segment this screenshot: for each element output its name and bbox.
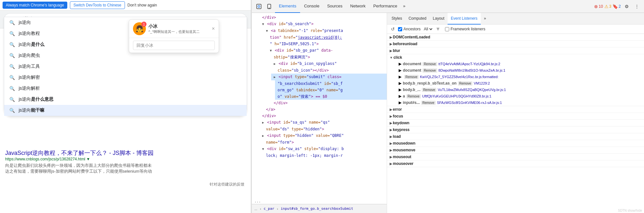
event-type-header[interactable]: ▶ keypress <box>387 127 644 133</box>
chat-close-button[interactable]: × <box>212 26 215 32</box>
suggestion-item[interactable]: 🔍 js逆向工具 <box>4 61 247 72</box>
dom-line[interactable]: </a> <box>263 106 387 113</box>
framework-listeners-checkbox[interactable] <box>445 27 449 31</box>
dom-line[interactable]: <input type="hidden" value="QBRE" <box>260 132 387 139</box>
event-type-header[interactable]: ▶ mousedown <box>387 140 644 147</box>
dom-line[interactable]: name="form"> <box>263 139 387 146</box>
event-type-header[interactable]: ▶ mousemove <box>387 147 644 153</box>
event-type-header[interactable]: ▶ error <box>387 106 644 113</box>
dom-line[interactable]: <input id="sa_qs" name="qs" <box>260 119 387 126</box>
event-group-mouseover: ▶ mouseover <box>387 160 644 167</box>
tab-styles[interactable]: Styles <box>388 13 405 25</box>
svg-point-1 <box>258 5 260 7</box>
remove-button[interactable]: Remove <box>404 75 419 79</box>
remove-button[interactable]: Remove <box>422 62 437 66</box>
dom-line[interactable]: "b_searchboxSubmit" id="sb_f <box>275 80 387 87</box>
tab-layout[interactable]: Layout <box>430 13 448 25</box>
event-file-link[interactable]: 8DwpoNaWI8n19bdSt1O-WuuxZeA.br.js:1 <box>439 68 506 72</box>
dom-line[interactable]: </div> <box>260 14 387 21</box>
event-file-link[interactable]: KwVQLZSc7_5YGZZ58veI4z1Rxc.br.js:formatt… <box>420 75 498 79</box>
remove-button[interactable]: Remove <box>421 101 436 105</box>
event-type-header[interactable]: ▶ beforeunload <box>387 41 644 47</box>
dom-line[interactable]: class="sb_icon"></div> <box>275 67 387 74</box>
feedback-link[interactable]: 针对这些建议的反馈 <box>210 182 244 187</box>
filter-select[interactable]: All <box>422 26 433 32</box>
event-type-header[interactable]: ▶ load <box>387 133 644 140</box>
suggestion-item[interactable]: 🔍 js逆向解析 <box>4 83 247 94</box>
dont-show-again-link[interactable]: Don't show again <box>128 3 157 7</box>
errors-count[interactable]: ⊗ 10 <box>594 4 603 9</box>
event-group-keydown: ▶ keydown <box>387 120 644 127</box>
tab-console[interactable]: Console <box>300 0 323 13</box>
search-result-title[interactable]: JavaScript逆向教程，不来了解一下么？ - JS脚本 - 博客园 <box>5 149 246 157</box>
switch-devtools-chinese-button[interactable]: Switch DevTools to Chinese <box>70 1 125 9</box>
warnings-count[interactable]: ⚠ 3 <box>604 4 611 9</box>
tab-styles-more[interactable]: » <box>481 13 489 25</box>
dom-line[interactable]: </div> <box>260 113 387 119</box>
dom-line[interactable]: <div id="sw_as" style="display: b <box>260 146 387 152</box>
event-type-header-click[interactable]: ▼ click <box>387 54 644 61</box>
dom-line[interactable]: orm_go" tabindex="0" name="g <box>275 87 387 93</box>
dom-line[interactable]: </div> <box>271 100 387 106</box>
event-type-header[interactable]: ▶ focus <box>387 113 644 119</box>
event-group-mousedown: ▶ mousedown <box>387 140 644 147</box>
tab-network[interactable]: Network <box>346 0 370 13</box>
tab-performance[interactable]: Performance <box>369 0 401 13</box>
more-options-icon[interactable]: ⋮ <box>632 2 641 11</box>
event-source: body.b_... <box>403 87 421 92</box>
breadcrumb-input[interactable]: input#sb_form_go.b_searchboxSubmit <box>281 207 353 211</box>
tab-more[interactable]: » <box>401 0 407 13</box>
dom-line[interactable]: lock; margin-left: -1px; margin-r <box>263 152 387 159</box>
event-source: document <box>403 68 421 73</box>
event-file-link[interactable]: UftfQbYuKvGGEUHPU3QGHYd90Z8.br.js:1 <box>422 94 491 98</box>
event-group-blur: ▶ blur <box>387 47 644 54</box>
tab-event-listeners[interactable]: Event Listeners <box>448 13 481 25</box>
dom-line[interactable]: o" value="搜索"> == $0 <box>275 93 387 100</box>
suggestion-item-highlighted[interactable]: 🔍 js逆向能干嘛 <box>4 105 247 116</box>
dom-line[interactable]: <div id="b_icon_spyglass" <box>271 60 387 67</box>
event-type-label: mouseout <box>393 155 411 159</box>
event-type-header[interactable]: ▶ mouseover <box>387 160 644 167</box>
remove-button[interactable]: Remove <box>406 94 421 98</box>
suggestion-item[interactable]: 🔍 js逆向是什么意思 <box>4 94 247 105</box>
suggestion-text: js逆向爬虫 <box>19 53 40 58</box>
dom-line[interactable]: " h="ID=SERP,5025.1"> <box>267 41 387 47</box>
dom-line[interactable]: <div id="sb_go_par" data- <box>267 47 387 54</box>
event-file-link[interactable]: SFAzWGSc8f1GnKVIME06-rxJ-sA.br.js:1 <box>437 101 502 105</box>
ancestors-checkbox[interactable] <box>398 27 402 31</box>
expand-small-icon: ▶ <box>399 94 402 98</box>
cursor-tool-icon[interactable] <box>254 2 263 11</box>
mobile-device-icon[interactable] <box>265 2 274 11</box>
event-file-link[interactable]: ttTQ4eVvAtMUApscT-YizUQjk94.br.js:2 <box>439 62 500 66</box>
always-match-language-button[interactable]: Always match Chrome's language <box>3 2 67 9</box>
dom-line[interactable]: sbtip="搜索网页"> <box>271 54 387 60</box>
event-type-label: focus <box>393 114 403 118</box>
tab-computed[interactable]: Computed <box>405 13 430 25</box>
chat-reply-input[interactable] <box>133 41 215 50</box>
expand-icon: ▶ <box>390 42 392 46</box>
remove-button[interactable]: Remove <box>458 81 472 86</box>
dom-line[interactable]: value="ds" type="hidden"> <box>263 126 387 132</box>
event-group-focus: ▶ focus <box>387 113 644 120</box>
event-file-link[interactable]: VM1229:2 <box>474 81 490 85</box>
info-count[interactable]: 🔖 2 <box>612 4 621 9</box>
event-type-header[interactable]: ▶ mouseout <box>387 154 644 160</box>
suggestion-item[interactable]: 🔍 js逆向解密 <box>4 72 247 83</box>
event-file-link[interactable]: VuTL1ibwZMufx8SZQaBQKQpeUVg.br.js:1 <box>438 88 506 92</box>
remove-button[interactable]: Remove <box>422 88 436 92</box>
refresh-button[interactable]: ↺ <box>390 26 396 32</box>
search-result-desc: 向是让爬虫新们比较头疼的一块领域，因为市面上大部分的爬虫书籍等教程都未 <box>5 163 246 168</box>
dom-line[interactable]: tion" href="javascript:void(0); <box>267 34 387 41</box>
breadcrumb-c-par[interactable]: c_par <box>264 207 274 211</box>
event-type-header[interactable]: ▶ DOMContentLoaded <box>387 34 644 40</box>
dom-line[interactable]: <a tabindex="-1" role="presenta <box>263 27 387 34</box>
tab-sources[interactable]: Sources <box>323 0 346 13</box>
dom-line[interactable]: <div id="sb_search"> <box>260 21 387 27</box>
event-type-header[interactable]: ▶ keydown <box>387 120 644 126</box>
tab-elements[interactable]: Elements <box>275 0 300 13</box>
event-type-header[interactable]: ▶ blur <box>387 47 644 54</box>
settings-icon[interactable]: ⚙ <box>622 2 631 11</box>
remove-button[interactable]: Remove <box>422 68 437 73</box>
dom-line-selected[interactable]: <input type="submit" class= <box>271 74 387 80</box>
suggestion-search-icon: 🔍 <box>9 31 15 36</box>
